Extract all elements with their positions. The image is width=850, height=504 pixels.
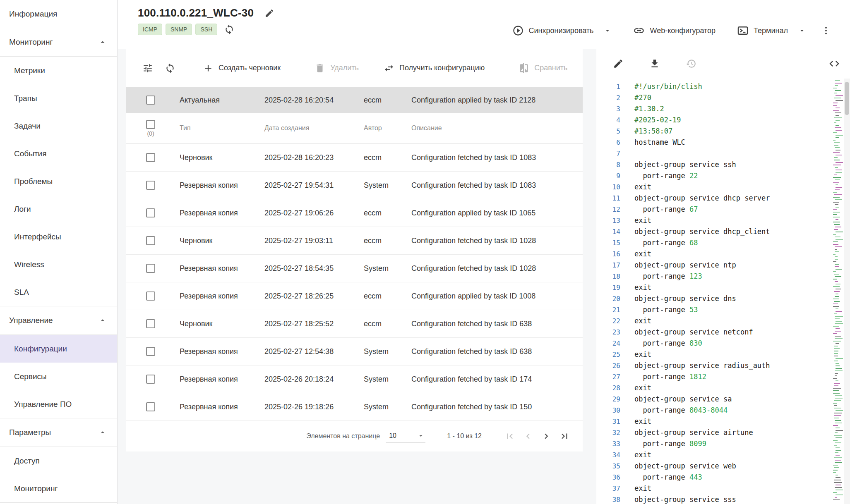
- row-checkbox-cell: [126, 375, 180, 384]
- row-description: Configuration fetched by task ID 150: [411, 403, 583, 411]
- create-draft-button[interactable]: Создать черновик: [203, 63, 281, 74]
- active-configuration-row[interactable]: Актуальная 2025-02-28 16:20:54 eccm Conf…: [126, 87, 583, 113]
- compare-label: Сравнить: [534, 64, 567, 72]
- sidebar-item[interactable]: SLA: [0, 278, 117, 306]
- sidebar-item-configurations[interactable]: Конфигурации: [0, 335, 117, 363]
- row-checkbox[interactable]: [146, 181, 155, 190]
- web-configurator-label: Web-конфигуратор: [650, 26, 716, 35]
- code-view-icon[interactable]: [828, 58, 840, 69]
- row-type: Резервная копия: [180, 181, 264, 190]
- row-checkbox[interactable]: [146, 347, 155, 356]
- sidebar-section-parameters[interactable]: Параметры: [0, 418, 117, 447]
- last-page-button[interactable]: [555, 427, 574, 445]
- row-checkbox[interactable]: [146, 236, 155, 245]
- row-date: 2025-02-27 18:26:25: [264, 292, 364, 301]
- sidebar-item[interactable]: Метрики: [0, 57, 117, 84]
- table-row[interactable]: Резервная копия 2025-02-27 12:54:38 Syst…: [126, 338, 583, 365]
- table-row[interactable]: Резервная копия 2025-02-26 20:18:24 Syst…: [126, 365, 583, 393]
- sidebar-item-software-management[interactable]: Управление ПО: [0, 390, 117, 418]
- header-actions: Синхронизировать Web-конфигуратор Термин…: [510, 12, 833, 49]
- scrollbar-thumb[interactable]: [845, 82, 849, 115]
- sidebar-item[interactable]: Интерфейсы: [0, 223, 117, 251]
- next-page-button[interactable]: [537, 427, 555, 445]
- header: 100.110.0.221_WLC-30 ICMP SNMP SSH: [118, 0, 850, 49]
- sidebar-item[interactable]: Wireless: [0, 251, 117, 278]
- sidebar-parameters-items: Доступ Мониторинг: [0, 447, 117, 502]
- table-row[interactable]: Черновик 2025-02-28 16:20:23 eccm Config…: [126, 144, 583, 172]
- sidebar-item[interactable]: Проблемы: [0, 167, 117, 195]
- sidebar-item-services[interactable]: Сервисы: [0, 363, 117, 390]
- sidebar-section-label: Мониторинг: [9, 38, 53, 47]
- row-checkbox[interactable]: [146, 96, 155, 105]
- delete-label: Удалить: [330, 64, 359, 72]
- device-title-block: 100.110.0.221_WLC-30 ICMP SNMP SSH: [138, 7, 274, 49]
- history-icon[interactable]: [686, 58, 696, 69]
- terminal-button[interactable]: Терминал: [735, 21, 790, 40]
- row-checkbox[interactable]: [146, 264, 155, 273]
- filter-icon[interactable]: [138, 59, 157, 78]
- edit-configuration-icon[interactable]: [613, 58, 624, 69]
- table-header-row: (0) Тип Дата создания Автор Описание: [126, 113, 583, 144]
- previous-page-button[interactable]: [519, 427, 537, 445]
- refresh-table-icon[interactable]: [161, 59, 180, 78]
- table-row[interactable]: Черновик 2025-02-27 18:25:52 eccm Config…: [126, 310, 583, 338]
- synchronize-button[interactable]: Синхронизировать: [510, 21, 596, 40]
- sync-dropdown-caret-icon[interactable]: [601, 24, 614, 37]
- sidebar: Информация Мониторинг Метрики Трапы Зада…: [0, 0, 118, 504]
- protocol-badge: ICMP: [138, 24, 162, 35]
- code-scrollbar[interactable]: [844, 79, 850, 504]
- terminal-dropdown-caret-icon[interactable]: [795, 24, 809, 37]
- row-author: System: [364, 347, 411, 356]
- row-checkbox[interactable]: [146, 375, 155, 384]
- row-checkbox[interactable]: [146, 319, 155, 328]
- row-checkbox-cell: [126, 236, 180, 245]
- row-checkbox-cell: [126, 291, 180, 301]
- table-toolbar: Создать черновик Удалить Получить конфиг…: [126, 49, 583, 87]
- sidebar-item[interactable]: Доступ: [0, 447, 117, 475]
- row-date: 2025-02-26 19:18:26: [264, 403, 364, 411]
- sidebar-item[interactable]: Задачи: [0, 112, 117, 140]
- compare-button[interactable]: Сравнить: [519, 63, 567, 74]
- code-editor[interactable]: 1#!/usr/bin/clish2#2703#1.30.24#2025-02-…: [596, 79, 850, 504]
- row-checkbox[interactable]: [146, 402, 155, 411]
- sidebar-item[interactable]: Мониторинг: [0, 475, 117, 502]
- web-configurator-button[interactable]: Web-конфигуратор: [631, 21, 718, 40]
- row-description: Configuration fetched by task ID 174: [411, 375, 583, 384]
- edit-title-icon[interactable]: [264, 8, 274, 18]
- sidebar-item[interactable]: Логи: [0, 195, 117, 223]
- row-checkbox[interactable]: [146, 291, 155, 301]
- table-row[interactable]: Резервная копия 2025-02-27 18:54:35 Syst…: [126, 255, 583, 282]
- table-row[interactable]: Резервная копия 2025-02-27 19:06:26 eccm…: [126, 199, 583, 227]
- table-row[interactable]: Черновик 2025-02-27 19:03:11 eccm Config…: [126, 227, 583, 255]
- select-all-checkbox[interactable]: [146, 120, 155, 129]
- active-row-date: 2025-02-28 16:20:54: [264, 96, 364, 105]
- table-row[interactable]: Резервная копия 2025-02-27 18:26:25 eccm…: [126, 282, 583, 310]
- row-date: 2025-02-27 19:03:11: [264, 236, 364, 245]
- row-checkbox-cell: [126, 347, 180, 356]
- delete-button[interactable]: Удалить: [315, 63, 359, 74]
- sidebar-item-information[interactable]: Информация: [0, 0, 117, 28]
- sidebar-item[interactable]: События: [0, 140, 117, 167]
- protocol-badges: ICMP SNMP SSH: [138, 24, 217, 35]
- fetch-configuration-button[interactable]: Получить конфигурацию: [384, 63, 485, 74]
- sidebar-section-management[interactable]: Управление: [0, 306, 117, 334]
- per-page-value: 10: [389, 432, 396, 440]
- row-date: 2025-02-27 12:54:38: [264, 347, 364, 356]
- download-configuration-icon[interactable]: [649, 58, 660, 69]
- table-row[interactable]: Резервная копия 2025-02-27 19:54:31 Syst…: [126, 172, 583, 199]
- play-circle-icon: [512, 25, 524, 36]
- refresh-status-icon[interactable]: [224, 24, 235, 35]
- per-page-select[interactable]: 10: [386, 430, 425, 442]
- first-page-button[interactable]: [501, 427, 519, 445]
- table-row[interactable]: Резервная копия 2025-02-26 19:18:26 Syst…: [126, 393, 583, 421]
- row-date: 2025-02-27 18:54:35: [264, 264, 364, 273]
- sidebar-item[interactable]: Трапы: [0, 84, 117, 112]
- sidebar-section-monitoring[interactable]: Мониторинг: [0, 28, 117, 56]
- minimap[interactable]: [833, 79, 843, 504]
- more-menu-icon[interactable]: [819, 23, 833, 38]
- protocol-badge: SSH: [195, 24, 217, 35]
- active-row-author: eccm: [364, 96, 411, 105]
- row-author: eccm: [364, 292, 411, 301]
- row-checkbox[interactable]: [146, 208, 155, 217]
- row-checkbox[interactable]: [146, 153, 155, 162]
